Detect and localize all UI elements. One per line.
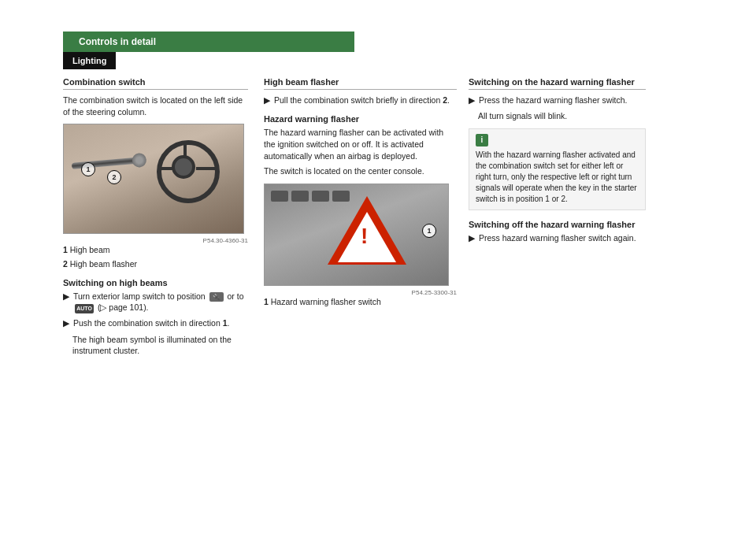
- col1-section-title: Combination switch: [63, 77, 248, 90]
- content-area: Combination switch The combination switc…: [63, 77, 709, 361]
- col2-para1: The hazard warning flasher can be activa…: [264, 127, 457, 161]
- page-wrapper: Controls in detail Lighting Combination …: [0, 32, 756, 534]
- col2-bullet-arrow-1: ▶: [264, 95, 270, 106]
- col1-bullet1: ▶ Turn exterior lamp switch to position …: [63, 291, 248, 314]
- col2-para2: The switch is located on the center cons…: [264, 165, 457, 177]
- caption-1: 1 High beam: [63, 244, 248, 256]
- col3-section-title: Switching on the hazard warning flasher: [469, 77, 646, 90]
- header-title: Controls in detail: [79, 36, 156, 47]
- dash-btn-2: [291, 191, 309, 202]
- col2-bullet1-text: Pull the combination switch briefly in d…: [274, 95, 450, 106]
- hazard-exclaim: !: [361, 224, 368, 249]
- col1-note: The high beam symbol is illuminated on t…: [72, 334, 248, 357]
- col3-sub2-title: Switching off the hazard warning flasher: [469, 220, 646, 229]
- info-icon: i: [476, 134, 488, 146]
- col3-bullet-arrow-2: ▶: [469, 232, 475, 244]
- col1-combination-switch: Combination switch The combination switc…: [63, 77, 260, 361]
- col1-sub1-title: Switching on high beams: [63, 278, 248, 287]
- col3-hazard-warning: Switching on the hazard warning flasher …: [465, 77, 646, 361]
- auto-icon-badge: AUTO: [75, 304, 94, 313]
- sw-spoke3: [196, 167, 216, 170]
- col1-photo-credit: P54.30-4360-31: [63, 237, 248, 244]
- bullet-arrow-1: ▶: [63, 291, 69, 314]
- col2-section-title: High beam flasher: [264, 77, 457, 90]
- col3-bullet1-text: Press the hazard warning flasher switch.: [479, 95, 628, 106]
- col2-caption-1: 1 Hazard warning flasher switch: [264, 296, 457, 308]
- car-image-inner: 1 2: [64, 124, 243, 233]
- col3-bullet2-text: Press hazard warning flasher switch agai…: [479, 232, 636, 244]
- lighting-label: Lighting: [72, 56, 106, 65]
- col3-bullet1: ▶ Press the hazard warning flasher switc…: [469, 95, 646, 106]
- col2-sub2-title: Hazard warning flasher: [264, 114, 457, 124]
- caption-2: 2 High beam flasher: [63, 258, 248, 270]
- steering-wheel: [157, 140, 220, 203]
- lighting-tab: Lighting: [63, 52, 116, 69]
- col2-bullet1: ▶ Pull the combination switch briefly in…: [264, 95, 457, 106]
- header-bar: Controls in detail: [63, 32, 354, 52]
- dash-btn-1: [271, 191, 288, 202]
- lamp-icon-badge: 🔌: [209, 292, 224, 302]
- col1-intro: The combination switch is located on the…: [63, 95, 248, 117]
- col3-note1: All turn signals will blink.: [478, 110, 646, 122]
- col3-bullet2: ▶ Press hazard warning flasher switch ag…: [469, 232, 646, 244]
- col2-high-beam-flasher: High beam flasher ▶ Pull the combination…: [260, 77, 465, 361]
- col3-bullet-arrow-1: ▶: [469, 95, 475, 106]
- col1-bullet2: ▶ Push the combination switch in directi…: [63, 317, 248, 329]
- car-image: 1 2: [63, 124, 244, 234]
- info-box: i With the hazard warning flasher activa…: [469, 128, 646, 210]
- bullet-arrow-2: ▶: [63, 317, 69, 329]
- col1-bullet2-text: Push the combination switch in direction…: [73, 317, 229, 329]
- col1-bullet1-text: Turn exterior lamp switch to position 🔌 …: [73, 291, 248, 314]
- info-text: With the hazard warning flasher activate…: [476, 150, 639, 205]
- hazard-image: ! 1: [264, 184, 449, 286]
- dash-btn-3: [312, 191, 329, 202]
- col2-photo-credit: P54.25-3300-31: [264, 289, 457, 296]
